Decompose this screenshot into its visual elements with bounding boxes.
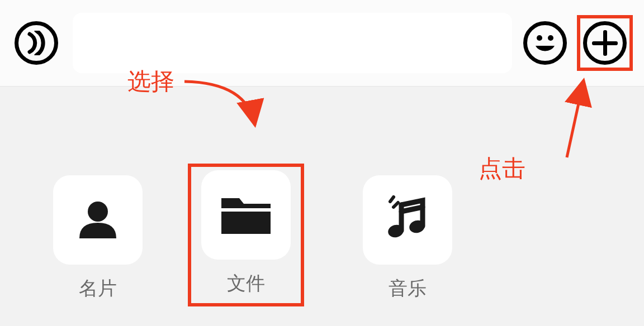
attachment-label: 名片 [79,276,117,301]
svg-rect-3 [221,208,271,212]
annotation-arrow-click [566,76,610,171]
voice-icon [15,21,58,65]
svg-point-0 [537,35,542,41]
attachment-item-file[interactable] [201,170,291,260]
svg-point-1 [548,35,553,41]
svg-point-2 [88,202,108,222]
annotation-arrow-select [180,71,275,138]
attachment-panel: 名片 文件 音乐 [0,87,644,326]
input-right-actions [523,15,633,71]
message-text-input[interactable] [73,13,512,73]
plus-button-highlight [577,15,633,71]
voice-input-button[interactable] [11,18,61,68]
folder-icon [218,193,274,237]
emoji-button[interactable] [523,21,567,65]
attachment-icon-box [363,175,452,265]
chat-input-bar [0,0,644,87]
attachment-plus-button[interactable] [583,21,627,65]
music-icon [382,195,433,245]
attachment-label: 音乐 [389,276,427,301]
smile-icon [531,29,559,57]
plus-icon [603,30,607,56]
attachment-icon-box [53,175,143,265]
attachment-label: 文件 [227,271,265,296]
file-item-highlight: 文件 [188,164,304,306]
attachment-item-music[interactable]: 音乐 [363,175,452,301]
annotation-select-label: 选择 [127,66,174,97]
contact-card-icon [73,195,123,245]
annotation-click-label: 点击 [479,153,525,184]
attachment-item-contact[interactable]: 名片 [53,175,143,301]
